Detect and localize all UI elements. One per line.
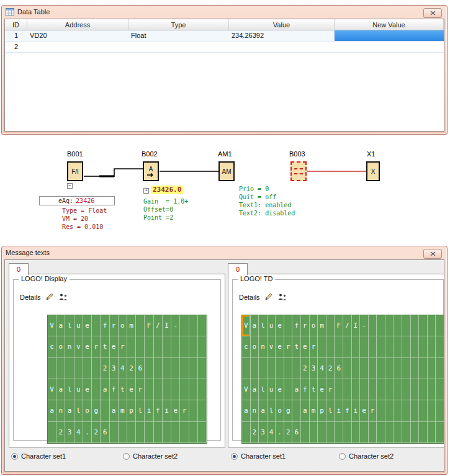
char-cell[interactable]: e <box>83 379 92 400</box>
char-cell[interactable]: l <box>326 400 335 421</box>
char-cell[interactable]: c <box>48 336 56 357</box>
block-b003-message-text[interactable] <box>290 161 307 181</box>
char-cell[interactable]: o <box>83 400 92 421</box>
radio-td-charset2[interactable]: Character set2 <box>339 452 394 460</box>
char-cell[interactable] <box>145 358 153 379</box>
char-cell[interactable] <box>198 379 207 400</box>
char-cell[interactable]: u <box>268 379 276 400</box>
char-cell[interactable] <box>189 336 198 357</box>
char-cell[interactable] <box>360 358 369 379</box>
char-cell[interactable] <box>419 336 428 357</box>
char-cell[interactable] <box>377 336 385 357</box>
column-header-type[interactable]: Type <box>128 19 229 30</box>
char-cell[interactable] <box>292 358 301 379</box>
char-cell[interactable]: f <box>301 379 310 400</box>
char-cell[interactable]: v <box>74 336 83 357</box>
char-cell[interactable] <box>369 422 377 443</box>
char-cell[interactable] <box>198 336 207 357</box>
char-cell[interactable]: g <box>284 400 293 421</box>
char-cell[interactable]: r <box>92 336 101 357</box>
char-cell[interactable]: f <box>101 315 109 336</box>
char-cell[interactable]: / <box>154 315 163 336</box>
char-cell[interactable] <box>419 358 428 379</box>
char-cell[interactable] <box>419 400 428 421</box>
char-cell[interactable]: t <box>292 336 301 357</box>
char-cell[interactable] <box>127 422 136 443</box>
char-cell[interactable]: g <box>92 400 101 421</box>
char-cell[interactable] <box>402 422 411 443</box>
char-cell[interactable]: r <box>369 400 377 421</box>
char-cell[interactable] <box>180 422 189 443</box>
char-cell[interactable]: 6 <box>101 422 109 443</box>
char-cell[interactable] <box>180 358 189 379</box>
char-cell[interactable] <box>74 358 83 379</box>
char-cell[interactable]: e <box>127 379 136 400</box>
char-cell[interactable]: e <box>301 336 310 357</box>
char-cell[interactable] <box>163 422 171 443</box>
char-cell[interactable]: o <box>251 336 259 357</box>
char-cell[interactable] <box>259 358 268 379</box>
char-cell[interactable]: a <box>101 379 109 400</box>
char-cell[interactable]: e <box>276 379 284 400</box>
char-cell[interactable]: a <box>56 379 65 400</box>
tab-display-0[interactable]: 0 <box>9 263 29 275</box>
char-cell[interactable] <box>335 422 343 443</box>
char-cell[interactable] <box>56 358 65 379</box>
char-cell[interactable]: n <box>259 336 268 357</box>
column-header-new-value[interactable]: New Value <box>335 19 444 30</box>
char-cell[interactable]: a <box>65 400 74 421</box>
radio-display-charset2[interactable]: Character set2 <box>123 452 178 460</box>
char-cell[interactable]: i <box>335 400 343 421</box>
table-cell-value[interactable] <box>229 42 335 52</box>
char-cell[interactable]: 4 <box>74 422 83 443</box>
char-cell[interactable] <box>343 336 352 357</box>
char-cell[interactable]: I <box>352 315 361 336</box>
char-cell[interactable]: f <box>292 315 301 336</box>
char-cell[interactable]: r <box>119 336 127 357</box>
table-row[interactable]: 1VD20Float234.26392 <box>5 30 444 42</box>
table-cell-id[interactable]: 2 <box>5 42 27 52</box>
char-cell[interactable]: 2 <box>101 358 109 379</box>
char-cell[interactable] <box>163 358 171 379</box>
column-header-address[interactable]: Address <box>27 19 128 30</box>
char-cell[interactable]: l <box>65 379 74 400</box>
char-cell[interactable] <box>92 315 101 336</box>
char-cell[interactable]: r <box>136 379 145 400</box>
char-cell[interactable]: n <box>65 336 74 357</box>
char-cell[interactable]: 3 <box>310 358 318 379</box>
char-cell[interactable] <box>436 358 444 379</box>
char-cell[interactable]: f <box>110 379 119 400</box>
char-cell[interactable]: 4 <box>119 358 127 379</box>
char-cell[interactable]: o <box>310 315 318 336</box>
char-cell[interactable] <box>198 358 207 379</box>
char-cell[interactable] <box>284 358 293 379</box>
radio-td-charset1[interactable]: Character set1 <box>231 452 286 460</box>
char-cell[interactable] <box>352 336 361 357</box>
char-cell[interactable] <box>127 336 136 357</box>
block-b002-analog-amplifier[interactable]: A <box>143 161 159 181</box>
char-cell[interactable]: m <box>310 400 318 421</box>
char-cell[interactable] <box>369 379 377 400</box>
char-cell[interactable] <box>48 422 56 443</box>
char-cell[interactable] <box>154 358 163 379</box>
special-characters-icon[interactable] <box>58 293 68 302</box>
char-cell[interactable] <box>411 379 420 400</box>
char-cell[interactable] <box>428 422 436 443</box>
char-cell[interactable] <box>411 336 420 357</box>
char-cell[interactable] <box>411 358 420 379</box>
column-header-value[interactable]: Value <box>229 19 335 30</box>
char-cell[interactable] <box>436 379 444 400</box>
char-cell[interactable] <box>189 315 198 336</box>
char-cell[interactable] <box>419 315 428 336</box>
radio-button-selected[interactable] <box>231 453 238 460</box>
char-cell[interactable] <box>284 379 293 400</box>
char-cell[interactable] <box>385 315 394 336</box>
char-cell[interactable]: . <box>83 422 92 443</box>
char-cell[interactable]: r <box>301 315 310 336</box>
char-cell[interactable]: i <box>163 400 171 421</box>
char-cell[interactable] <box>343 358 352 379</box>
char-cell[interactable]: o <box>276 400 284 421</box>
char-cell[interactable] <box>385 400 394 421</box>
close-button[interactable] <box>423 8 442 18</box>
char-cell[interactable] <box>377 315 385 336</box>
